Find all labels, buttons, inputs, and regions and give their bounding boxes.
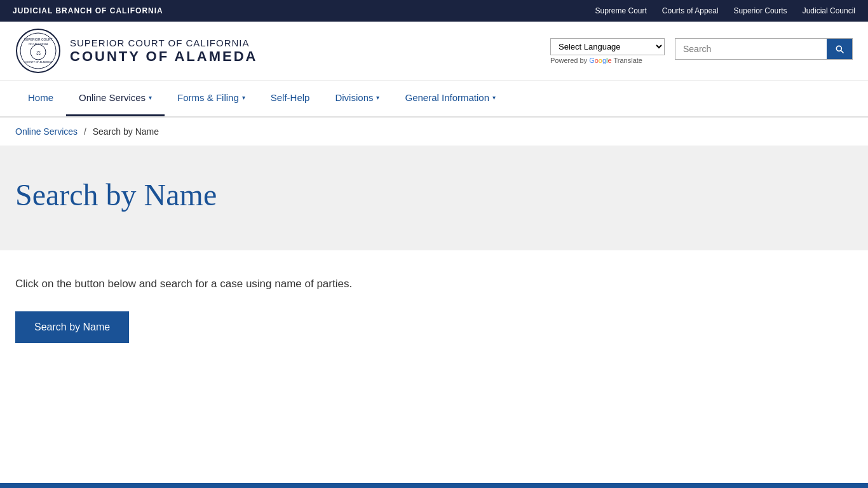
court-name-top: SUPERIOR COURT OF CALIFORNIA bbox=[70, 37, 257, 48]
nav-item-divisions[interactable]: Divisions ▾ bbox=[322, 81, 392, 116]
nav-item-home[interactable]: Home bbox=[15, 81, 66, 116]
top-bar-links: Supreme Court Courts of Appeal Superior … bbox=[595, 6, 855, 15]
judicial-council-link[interactable]: Judicial Council bbox=[803, 6, 855, 15]
chevron-down-icon: ▾ bbox=[242, 94, 245, 101]
header-right: Select Language Powered by Google Transl… bbox=[550, 38, 853, 64]
court-seal: SUPERIOR COURT OF CALIFORNIA COUNTY OF A… bbox=[15, 28, 61, 74]
header-left: SUPERIOR COURT OF CALIFORNIA COUNTY OF A… bbox=[15, 28, 257, 74]
top-bar: JUDICIAL BRANCH OF CALIFORNIA Supreme Co… bbox=[0, 0, 868, 22]
svg-text:⚖: ⚖ bbox=[36, 50, 41, 56]
chevron-down-icon: ▾ bbox=[376, 94, 379, 101]
language-select[interactable]: Select Language bbox=[550, 38, 665, 55]
superior-courts-link[interactable]: Superior Courts bbox=[734, 6, 787, 15]
nav-item-forms-filing[interactable]: Forms & Filing ▾ bbox=[165, 81, 258, 116]
courts-of-appeal-link[interactable]: Courts of Appeal bbox=[662, 6, 719, 15]
search-input[interactable] bbox=[675, 39, 827, 59]
site-search-box bbox=[675, 38, 853, 60]
chevron-down-icon: ▾ bbox=[492, 94, 496, 101]
header: SUPERIOR COURT OF CALIFORNIA COUNTY OF A… bbox=[0, 22, 868, 81]
search-button[interactable] bbox=[827, 39, 852, 59]
svg-text:COUNTY OF ALAMEDA: COUNTY OF ALAMEDA bbox=[24, 60, 52, 64]
nav-item-general-information[interactable]: General Information ▾ bbox=[392, 81, 508, 116]
breadcrumb-separator: / bbox=[84, 126, 86, 137]
hero-section: Search by Name bbox=[0, 146, 868, 250]
chevron-down-icon: ▾ bbox=[149, 94, 152, 101]
top-bar-title: JUDICIAL BRANCH OF CALIFORNIA bbox=[13, 6, 163, 15]
content-description: Click on the button below and search for… bbox=[15, 276, 853, 292]
svg-text:SUPERIOR COURT: SUPERIOR COURT bbox=[24, 37, 52, 41]
search-by-name-button[interactable]: Search by Name bbox=[15, 311, 129, 343]
svg-text:OF CALIFORNIA: OF CALIFORNIA bbox=[29, 43, 48, 46]
content-section: Click on the button below and search for… bbox=[0, 250, 868, 381]
supreme-court-link[interactable]: Supreme Court bbox=[595, 6, 646, 15]
search-icon bbox=[834, 44, 844, 54]
translate-section: Select Language Powered by Google Transl… bbox=[550, 38, 665, 64]
nav-item-self-help[interactable]: Self-Help bbox=[258, 81, 323, 116]
header-text-block: SUPERIOR COURT OF CALIFORNIA COUNTY OF A… bbox=[70, 37, 257, 65]
breadcrumb-online-services[interactable]: Online Services bbox=[15, 126, 78, 137]
powered-by-label: Powered by bbox=[550, 57, 589, 64]
translate-label: Translate bbox=[614, 57, 642, 64]
main-nav: Home Online Services ▾ Forms & Filing ▾ … bbox=[0, 81, 868, 118]
court-name-bottom: COUNTY OF ALAMEDA bbox=[70, 48, 257, 65]
page-title: Search by Name bbox=[15, 177, 853, 212]
breadcrumb: Online Services / Search by Name bbox=[0, 118, 868, 146]
breadcrumb-current: Search by Name bbox=[93, 126, 159, 137]
translate-powered-by: Powered by Google Translate bbox=[550, 57, 642, 64]
nav-item-online-services[interactable]: Online Services ▾ bbox=[66, 81, 165, 116]
